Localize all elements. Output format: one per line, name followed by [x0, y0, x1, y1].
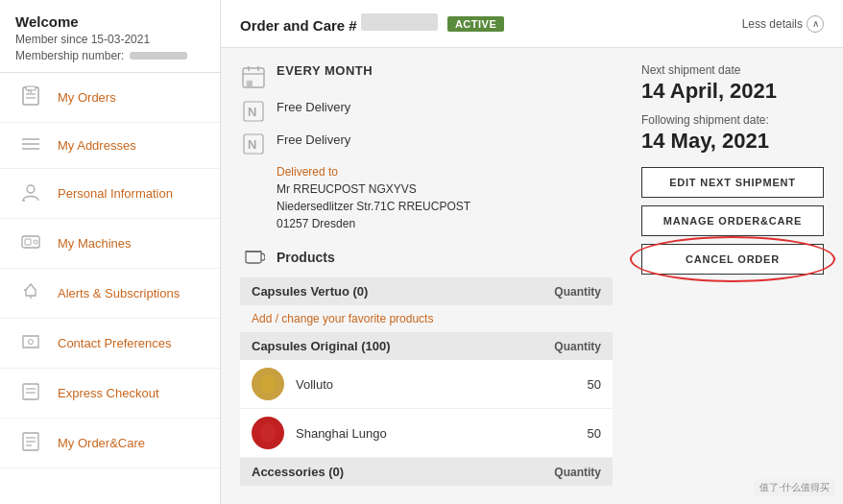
products-label: Products: [277, 250, 335, 265]
svg-rect-16: [23, 384, 38, 399]
products-row: Products: [240, 244, 613, 270]
sidebar-member-since: Member since 15-03-2021: [15, 33, 205, 46]
svg-text:N: N: [248, 105, 256, 119]
sidebar-item-my-machines[interactable]: My Machines: [0, 219, 220, 269]
nespresso-icon-2: N: [240, 133, 267, 157]
less-details-btn[interactable]: Less details ∧: [742, 15, 824, 33]
svg-text:▦: ▦: [246, 79, 253, 87]
chevron-up-icon: ∧: [807, 15, 824, 33]
following-shipment-date: 14 May, 2021: [641, 129, 824, 154]
address-line1: Niedersedlitzer Str.71C RREUCPOST: [277, 198, 470, 215]
manage-order-care-button[interactable]: MANAGE ORDER&CARE: [641, 205, 824, 236]
cancel-order-button[interactable]: CANCEL ORDER: [641, 244, 824, 275]
delivered-to-label: Delivered to: [277, 165, 470, 179]
machines-icon: [17, 231, 44, 255]
sidebar-item-my-orders[interactable]: N My Orders: [0, 73, 220, 123]
capsules-vertuo-header: Capsules Vertuo (0) Quantity: [240, 277, 613, 305]
order-number-box: [361, 13, 438, 31]
express-checkout-icon: [17, 381, 44, 405]
sidebar-membership-bar: [130, 52, 187, 60]
address-block: Delivered to Mr RREUCPOST NGXYVS Nieders…: [277, 165, 470, 232]
capsule-row-volluto: Volluto 50: [240, 360, 613, 409]
address-line2: 01257 Dresden: [277, 215, 470, 232]
next-shipment-date: 14 April, 2021: [641, 79, 824, 104]
active-badge: ACTIVE: [447, 16, 504, 32]
sidebar-item-express-checkout[interactable]: Express Checkout: [0, 369, 220, 419]
cancel-order-wrapper: CANCEL ORDER: [641, 244, 824, 275]
order-title: Order and Care #: [240, 13, 438, 34]
less-details-label: Less details: [742, 17, 803, 31]
sidebar-item-alerts[interactable]: Alerts & Subscriptions: [0, 269, 220, 319]
frequency-text: EVERY MONTH: [277, 63, 373, 78]
sidebar-item-label-my-ordercare: My Order&Care: [58, 436, 145, 450]
watermark: 值了·什么值得买: [754, 479, 835, 496]
free-delivery-row-1: N Free Delivery: [240, 100, 613, 125]
sidebar-item-label-personal-info: Personal Information: [58, 186, 173, 201]
free-delivery-row-2: N Free Delivery: [240, 132, 613, 157]
capsules-vertuo-qty-label: Quantity: [554, 285, 601, 299]
ordercare-icon: [17, 431, 44, 455]
add-change-link[interactable]: Add / change your favorite products: [240, 305, 613, 332]
sidebar-item-label-alerts: Alerts & Subscriptions: [58, 286, 180, 300]
following-shipment-label: Following shipment date:: [641, 113, 824, 127]
svg-text:N: N: [28, 88, 32, 94]
capsules-vertuo-title: Capsules Vertuo (0): [252, 284, 368, 299]
order-right: Next shipment date 14 April, 2021 Follow…: [632, 48, 843, 501]
capsule-row-shanghai-lungo: Shanghai Lungo 50: [240, 409, 613, 458]
svg-point-15: [29, 340, 34, 345]
capsules-original-header: Capsules Original (100) Quantity: [240, 332, 613, 360]
capsules-original-title: Capsules Original (100): [252, 339, 391, 353]
svg-point-36: [260, 423, 276, 443]
svg-rect-11: [25, 239, 31, 245]
capsules-original-qty-label: Quantity: [554, 340, 601, 353]
shanghai-lungo-qty: 50: [572, 426, 601, 441]
sidebar-membership-label: Membership number:: [15, 49, 124, 62]
nespresso-icon-1: N: [240, 101, 267, 125]
sidebar-item-my-addresses[interactable]: My Addresses: [0, 123, 220, 169]
shanghai-lungo-capsule-image: [252, 417, 284, 449]
accessories-header: Accessories (0) Quantity: [240, 458, 613, 486]
order-header-left: Order and Care # ACTIVE: [240, 13, 504, 34]
alerts-icon: [17, 281, 44, 305]
address-row: Delivered to Mr RREUCPOST NGXYVS Nieders…: [277, 165, 613, 232]
free-delivery-text-2: Free Delivery: [277, 132, 350, 147]
next-shipment-label: Next shipment date: [641, 63, 824, 77]
sidebar-header: Welcome Member since 15-03-2021 Membersh…: [0, 0, 220, 73]
sidebar-membership-row: Membership number:: [15, 49, 205, 62]
main-content: Order and Care # ACTIVE Less details ∧: [221, 0, 843, 504]
order-title-text: Order and Care #: [240, 17, 357, 34]
sidebar-item-label-my-orders: My Orders: [58, 90, 116, 105]
svg-text:N: N: [248, 137, 256, 152]
sidebar-item-my-ordercare[interactable]: My Order&Care: [0, 419, 220, 468]
orders-icon: N: [17, 85, 44, 109]
coffee-cup-icon: [240, 244, 267, 270]
sidebar-item-label-my-machines: My Machines: [58, 236, 132, 251]
personal-info-icon: [17, 181, 44, 205]
addresses-icon: [17, 135, 44, 156]
order-left: ▦ EVERY MONTH N Free Delivery: [221, 48, 632, 501]
volluto-capsule-image: [252, 368, 284, 400]
sidebar: Welcome Member since 15-03-2021 Membersh…: [0, 0, 221, 504]
accessories-title: Accessories (0): [252, 465, 344, 479]
order-body: ▦ EVERY MONTH N Free Delivery: [221, 48, 843, 501]
free-delivery-text-1: Free Delivery: [277, 100, 350, 114]
recipient-name: Mr RREUCPOST NGXYVS: [277, 180, 470, 198]
contact-prefs-icon: [17, 331, 44, 355]
svg-point-8: [27, 185, 35, 193]
sidebar-nav: N My Orders My Addresses: [0, 73, 220, 504]
edit-next-shipment-button[interactable]: EDIT NEXT SHIPMENT: [641, 167, 824, 198]
frequency-row: ▦ EVERY MONTH: [240, 63, 613, 92]
sidebar-item-label-express-checkout: Express Checkout: [58, 386, 159, 400]
shanghai-lungo-name: Shanghai Lungo: [296, 426, 561, 441]
order-header: Order and Care # ACTIVE Less details ∧: [221, 0, 843, 48]
sidebar-item-label-my-addresses: My Addresses: [58, 138, 136, 153]
volluto-qty: 50: [572, 377, 601, 392]
calendar-icon: ▦: [240, 64, 267, 92]
accessories-qty-label: Quantity: [554, 466, 601, 479]
sidebar-welcome: Welcome: [15, 13, 205, 30]
sidebar-item-contact-prefs[interactable]: Contact Preferences: [0, 319, 220, 369]
svg-point-12: [34, 240, 37, 244]
svg-point-34: [260, 374, 276, 394]
sidebar-item-personal-info[interactable]: Personal Information: [0, 169, 220, 219]
volluto-name: Volluto: [296, 377, 561, 392]
